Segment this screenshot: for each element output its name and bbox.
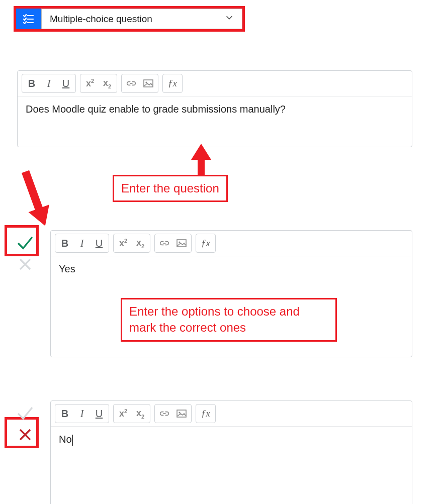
image-button[interactable] xyxy=(140,75,157,91)
annotation-callout: Enter the options to choose and mark the… xyxy=(121,298,337,342)
link-button[interactable] xyxy=(123,75,140,91)
mark-incorrect-button[interactable] xyxy=(13,252,37,276)
subscript-button[interactable]: x2 xyxy=(132,406,149,422)
option-editor-panel-2: B I U x2 x2 ƒx No xyxy=(50,400,412,504)
mark-correct-button[interactable] xyxy=(13,400,37,425)
annotation-callout: Enter the question xyxy=(113,175,228,202)
bold-button[interactable]: B xyxy=(56,406,73,422)
underline-button[interactable]: U xyxy=(57,75,74,91)
link-button[interactable] xyxy=(156,406,173,422)
image-button[interactable] xyxy=(173,406,190,422)
underline-button[interactable]: U xyxy=(91,235,108,251)
option-1-toolbar: B I U x2 x2 ƒx xyxy=(51,231,412,256)
text-caret xyxy=(72,435,73,446)
bold-button[interactable]: B xyxy=(23,75,40,91)
question-editor-panel: B I U x2 x2 ƒx Does Moodle quiz enable t… xyxy=(17,70,412,147)
mark-correct-button[interactable] xyxy=(13,230,37,254)
bold-button[interactable]: B xyxy=(56,235,73,251)
italic-button[interactable]: I xyxy=(40,75,57,91)
chevron-down-icon xyxy=(225,13,234,25)
formula-button[interactable]: ƒx xyxy=(164,75,181,91)
question-text-input[interactable]: Does Moodle quiz enable to grade submiss… xyxy=(18,96,412,147)
question-type-dropdown[interactable]: Multiple-choice question xyxy=(41,9,242,29)
svg-point-5 xyxy=(179,412,180,413)
image-button[interactable] xyxy=(173,235,190,251)
option-marker-column xyxy=(7,400,43,447)
question-text: Does Moodle quiz enable to grade submiss… xyxy=(26,104,286,115)
svg-point-1 xyxy=(145,81,147,83)
question-type-selector[interactable]: Multiple-choice question xyxy=(14,6,245,32)
italic-button[interactable]: I xyxy=(73,235,91,251)
superscript-button[interactable]: x2 xyxy=(115,406,132,422)
option-1-text: Yes xyxy=(59,263,75,274)
arrow-icon xyxy=(15,170,55,228)
superscript-button[interactable]: x2 xyxy=(81,75,99,91)
svg-rect-4 xyxy=(177,410,186,417)
annotation-text: Enter the question xyxy=(121,181,219,195)
formula-button[interactable]: ƒx xyxy=(197,406,214,422)
link-button[interactable] xyxy=(156,235,173,251)
option-2-text-input[interactable]: No xyxy=(51,427,412,504)
option-marker-column xyxy=(7,230,43,276)
annotation-text: Enter the options to choose and mark the… xyxy=(129,305,300,334)
question-type-label: Multiple-choice question xyxy=(50,14,152,25)
italic-button[interactable]: I xyxy=(73,406,91,422)
underline-button[interactable]: U xyxy=(91,406,108,422)
svg-point-3 xyxy=(179,241,180,243)
formula-button[interactable]: ƒx xyxy=(197,235,214,251)
superscript-button[interactable]: x2 xyxy=(115,235,132,251)
option-2-toolbar: B I U x2 x2 ƒx xyxy=(51,401,412,427)
arrow-icon xyxy=(184,144,219,179)
option-2-text: No xyxy=(59,434,72,445)
subscript-button[interactable]: x2 xyxy=(132,235,149,251)
question-toolbar: B I U x2 x2 ƒx xyxy=(18,71,412,96)
subscript-button[interactable]: x2 xyxy=(99,75,116,91)
mark-incorrect-button[interactable] xyxy=(13,423,37,447)
list-icon xyxy=(16,9,41,29)
svg-rect-2 xyxy=(177,240,186,247)
svg-rect-0 xyxy=(144,80,153,87)
